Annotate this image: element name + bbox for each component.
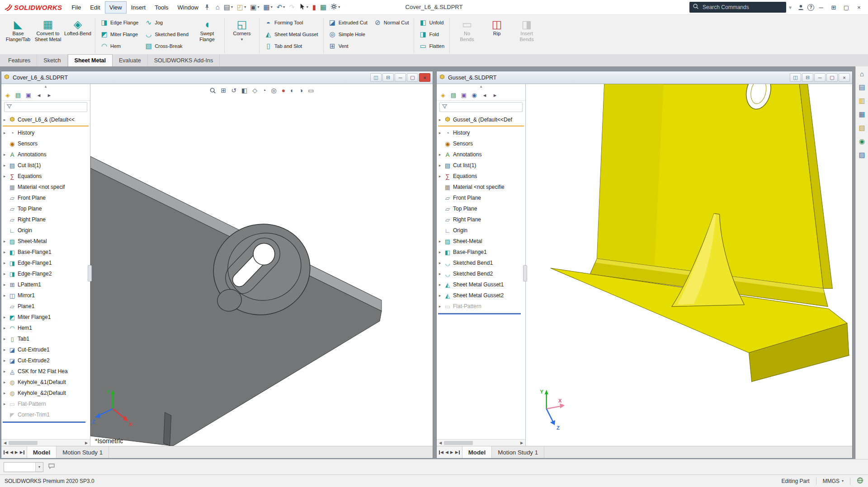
- ribbon-button-jog[interactable]: ∿Jog: [142, 17, 192, 28]
- display-style-icon[interactable]: ◔: [262, 87, 266, 94]
- tree-item[interactable]: A Annotations: [1, 149, 90, 160]
- nav-last-icon[interactable]: ▶: [455, 450, 460, 454]
- tree-item[interactable]: A Annotations: [437, 149, 525, 160]
- menu-item[interactable]: View: [105, 1, 127, 14]
- comment-icon[interactable]: [48, 463, 55, 472]
- ribbon-button-cross-break[interactable]: ▧Cross-Break: [142, 40, 192, 52]
- expand-arrow-icon[interactable]: [2, 347, 7, 352]
- tree-item[interactable]: ◭ Sheet Metal Gusset2: [437, 290, 525, 301]
- view-orientation-icon[interactable]: ◇: [252, 87, 257, 94]
- tree-splitter[interactable]: [88, 265, 92, 281]
- expand-arrow-icon[interactable]: [2, 380, 7, 384]
- tree-item[interactable]: ◔ History: [437, 127, 525, 138]
- ribbon-button-swept-flange[interactable]: ◖Swept Flange: [193, 16, 222, 55]
- menu-item[interactable]: Edit: [85, 1, 104, 14]
- tree-item[interactable]: ◠ Hem1: [1, 323, 90, 333]
- tree-item[interactable]: ◬ CSK for M2 Flat Hea: [1, 366, 90, 377]
- tree-item[interactable]: ⊞ LPattern1: [1, 279, 90, 290]
- tree-item[interactable]: ◧ Base-Flange1: [437, 247, 525, 258]
- toolbar-button[interactable]: ▣: [248, 2, 261, 13]
- tile-icon[interactable]: ⊟: [382, 73, 394, 82]
- expand-arrow-icon[interactable]: [438, 282, 442, 287]
- menu-item[interactable]: Insert: [127, 1, 151, 14]
- ribbon-tab[interactable]: Features: [2, 54, 37, 66]
- property-manager-icon[interactable]: ▤: [14, 90, 23, 99]
- expand-arrow-icon[interactable]: [438, 239, 442, 244]
- menu-item[interactable]: File: [67, 1, 85, 14]
- expand-arrow-icon[interactable]: [2, 272, 7, 276]
- toolbar-button[interactable]: ↶: [275, 2, 287, 13]
- expand-arrow-icon[interactable]: [2, 117, 7, 122]
- appearances-icon[interactable]: ◉: [859, 137, 865, 145]
- expand-arrow-icon[interactable]: [438, 163, 442, 168]
- tree-item[interactable]: ◨ Edge-Flange1: [1, 258, 90, 268]
- custom-properties-icon[interactable]: ▨: [859, 151, 865, 159]
- cascade-icon[interactable]: ◫: [370, 73, 382, 82]
- solidworks-resources-icon[interactable]: ▤: [859, 83, 865, 91]
- search-box[interactable]: [689, 2, 786, 13]
- menu-item[interactable]: Window: [173, 1, 203, 14]
- expand-arrow-icon[interactable]: [438, 293, 442, 298]
- expand-arrow-icon[interactable]: [2, 282, 7, 287]
- restore-icon[interactable]: ▢: [840, 1, 853, 13]
- tree-item[interactable]: ◉ Sensors: [1, 138, 90, 149]
- home-icon[interactable]: ⌂: [860, 70, 864, 78]
- ribbon-button-sketched-bend[interactable]: ◡Sketched Bend: [142, 28, 192, 40]
- tree-item[interactable]: ▱ Right Plane: [437, 214, 525, 225]
- nav-last-icon[interactable]: ▶: [20, 450, 24, 454]
- property-manager-icon[interactable]: ▤: [449, 90, 458, 99]
- nav-right-icon[interactable]: ▸: [45, 90, 54, 99]
- tree-item[interactable]: ◪ Cut-Extrude2: [1, 355, 90, 366]
- ribbon-button-normal-cut[interactable]: ⊘Normal Cut: [371, 17, 412, 28]
- rollback-bar[interactable]: [3, 421, 85, 423]
- tree-item[interactable]: ∑ Equations: [437, 171, 525, 182]
- nav-next-icon[interactable]: ▶: [15, 450, 18, 454]
- scrollbar-thumb[interactable]: [9, 441, 38, 445]
- feature-manager-icon[interactable]: ◈: [439, 90, 448, 99]
- tree-horizontal-scrollbar[interactable]: ◀ ▶: [437, 439, 525, 446]
- window-titlebar[interactable]: Cover_L6_&.SLDPRT ◫⊟─▢×: [1, 71, 433, 84]
- nav-prev-icon[interactable]: ◀: [10, 450, 13, 454]
- expand-arrow-icon[interactable]: [438, 261, 442, 265]
- ribbon-button-tab-and-slot[interactable]: ▯Tab and Slot: [261, 40, 321, 52]
- expand-arrow-icon[interactable]: [2, 152, 7, 157]
- feature-manager-icon[interactable]: ◈: [3, 90, 12, 99]
- expand-arrow-icon[interactable]: [2, 163, 7, 168]
- caret-down-icon[interactable]: ▾: [787, 1, 794, 13]
- tree-item[interactable]: ◍ Keyhole_&1(Default: [1, 377, 90, 388]
- tree-item[interactable]: ◤ Corner-Trim1: [1, 409, 90, 420]
- tree-item[interactable]: ◍ Keyhole_&2(Default: [1, 388, 90, 398]
- expand-arrow-icon[interactable]: [2, 250, 7, 254]
- display-manager-icon[interactable]: ◉: [470, 90, 479, 99]
- ribbon-button-sheet-metal-gusset[interactable]: ◭Sheet Metal Gusset: [261, 28, 321, 40]
- monitor-icon[interactable]: ▭: [308, 87, 314, 94]
- ribbon-button-unfold[interactable]: ◧Unfold: [416, 17, 448, 28]
- minimize-icon[interactable]: ─: [395, 73, 406, 82]
- expand-arrow-icon[interactable]: [2, 131, 7, 135]
- ribbon-button-forming-tool[interactable]: ◓Forming Tool: [261, 17, 321, 28]
- help-icon[interactable]: ?: [807, 4, 814, 11]
- expand-arrow-icon[interactable]: [2, 326, 7, 330]
- tree-item[interactable]: ▱ Plane1: [1, 301, 90, 312]
- tree-item[interactable]: ◪ Cut-Extrude1: [1, 344, 90, 355]
- ribbon-tab[interactable]: Evaluate: [113, 54, 148, 66]
- cascade-icon[interactable]: ◫: [790, 73, 801, 82]
- tree-item[interactable]: ▨ Sheet-Metal: [437, 236, 525, 247]
- ribbon-button-convert-to-sheet-metal[interactable]: ▦Convert to Sheet Metal: [33, 16, 62, 55]
- tree-item[interactable]: ◩ Miter Flange1: [1, 312, 90, 323]
- scroll-left-icon[interactable]: ◀: [438, 441, 443, 445]
- toolbar-button[interactable]: ◰: [235, 2, 248, 13]
- tree-item[interactable]: ◫ Mirror1: [1, 290, 90, 301]
- toolbar-button[interactable]: ⌂: [214, 2, 222, 13]
- graphics-area[interactable]: ⊞↺◧◇◔◎●◐◑▭: [90, 84, 433, 446]
- tree-item[interactable]: ▱ Front Plane: [1, 192, 90, 203]
- ribbon-button-vent[interactable]: ⊞Vent: [326, 40, 371, 52]
- tree-item[interactable]: ▱ Right Plane: [1, 214, 90, 225]
- person-icon[interactable]: [794, 1, 807, 13]
- scroll-left-icon[interactable]: ◀: [2, 441, 8, 445]
- section-view-icon[interactable]: ◧: [241, 87, 247, 94]
- toolbar-button[interactable]: [297, 2, 310, 13]
- hide-show-icon[interactable]: ◎: [271, 87, 277, 94]
- ribbon-tab[interactable]: Sketch: [37, 54, 67, 66]
- tree-item[interactable]: ▱ Top Plane: [437, 203, 525, 214]
